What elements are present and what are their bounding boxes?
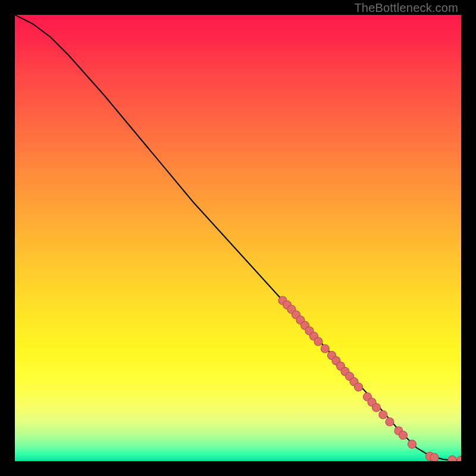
data-point <box>372 403 381 412</box>
data-point <box>321 345 329 353</box>
chart-container: TheBottleneck.com <box>0 0 476 476</box>
chart-svg <box>15 15 461 461</box>
data-point <box>408 440 416 449</box>
data-point <box>355 383 363 392</box>
data-point <box>399 431 408 440</box>
data-point <box>448 456 456 461</box>
curve-line <box>15 15 461 461</box>
data-point <box>457 456 461 462</box>
plot-area <box>15 15 461 461</box>
data-point <box>314 337 322 346</box>
watermark-text: TheBottleneck.com <box>354 1 458 15</box>
data-point <box>386 418 394 426</box>
data-point <box>379 411 387 419</box>
scatter-dots <box>278 296 461 461</box>
data-point <box>430 453 439 461</box>
